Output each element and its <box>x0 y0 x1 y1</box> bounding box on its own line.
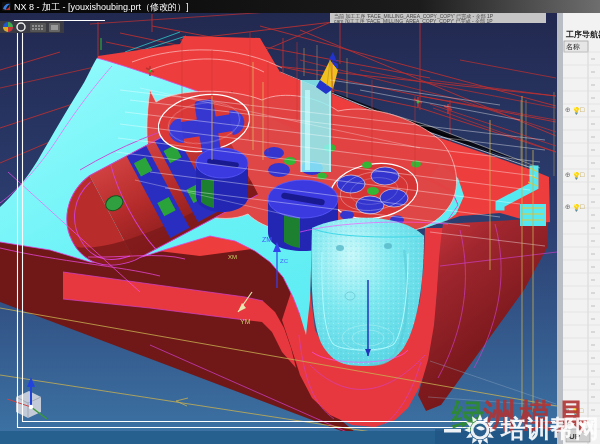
svg-text:⊕: ⊕ <box>565 171 571 178</box>
svg-text:名称: 名称 <box>566 43 580 51</box>
svg-text:培训帮网: 培训帮网 <box>499 415 599 442</box>
svg-text:NX 8 - 加工 - [youxishoubing.prt: NX 8 - 加工 - [youxishoubing.prt（修改的）] <box>14 2 189 12</box>
svg-text:cam 加工工序 'FACE_MILLING_AREA_CO: cam 加工工序 'FACE_MILLING_AREA_COPY_COPY' 已… <box>334 18 493 25</box>
svg-text:ZC: ZC <box>280 258 289 264</box>
svg-text:YM: YM <box>240 318 251 325</box>
svg-text:⊕: ⊕ <box>565 106 571 113</box>
svg-text:⊕: ⊕ <box>565 203 571 210</box>
svg-text:ZM: ZM <box>262 236 272 243</box>
svg-text:工序导航器: 工序导航器 <box>565 29 600 39</box>
svg-text:XM: XM <box>228 254 237 260</box>
